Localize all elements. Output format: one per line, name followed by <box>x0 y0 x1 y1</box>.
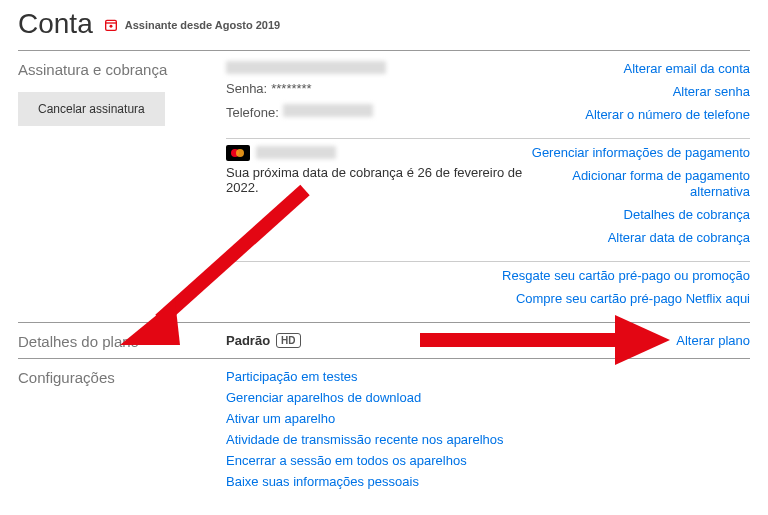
link-buy-prepaid[interactable]: Compre seu cartão pré-pago Netflix aqui <box>430 291 750 308</box>
card-row: redacted <box>226 145 530 161</box>
password-row: Senha: ******** <box>226 80 530 98</box>
link-manage-download-devices[interactable]: Gerenciar aparelhos de download <box>226 390 530 405</box>
link-add-alt-payment[interactable]: Adicionar forma de pagamento alternativa <box>530 168 750 202</box>
sub-divider <box>226 138 750 139</box>
link-test-participation[interactable]: Participação em testes <box>226 369 530 384</box>
email-row: redacted <box>226 61 530 74</box>
section-settings: Configurações Participação em testes Ger… <box>18 359 750 503</box>
page-title: Conta <box>18 8 93 40</box>
section-title-settings: Configurações <box>18 369 226 386</box>
section-title-plan: Detalhes do plano <box>18 333 226 350</box>
membership-links-mid: Gerenciar informações de pagamento Adici… <box>530 145 750 253</box>
link-manage-payment-info[interactable]: Gerenciar informações de pagamento <box>530 145 750 162</box>
section-payment: redacted Sua próxima data de cobrança é … <box>18 139 750 261</box>
svg-point-2 <box>109 25 112 28</box>
subscriber-since: Assinante desde Agosto 2019 <box>103 17 280 33</box>
link-download-personal-info[interactable]: Baixe suas informações pessoais <box>226 474 530 489</box>
section-membership: Assinatura e cobrança Cancelar assinatur… <box>18 51 750 138</box>
link-recent-streaming-activity[interactable]: Atividade de transmissão recente nos apa… <box>226 432 530 447</box>
phone-label: Telefone: <box>226 104 279 122</box>
subscriber-badge-icon <box>103 17 119 33</box>
link-billing-details[interactable]: Detalhes de cobrança <box>530 207 750 224</box>
link-activate-device[interactable]: Ativar um aparelho <box>226 411 530 426</box>
plan-name: Padrão HD <box>226 333 301 348</box>
password-label: Senha: <box>226 80 267 98</box>
page-header: Conta Assinante desde Agosto 2019 <box>18 8 750 40</box>
card-number-redacted: redacted <box>256 146 336 159</box>
mastercard-icon <box>226 145 250 161</box>
link-change-password[interactable]: Alterar senha <box>530 84 750 101</box>
settings-links: Participação em testes Gerenciar aparelh… <box>226 369 530 495</box>
email-value-redacted: redacted <box>226 61 386 74</box>
link-signout-all-devices[interactable]: Encerrar a sessão em todos os aparelhos <box>226 453 530 468</box>
phone-row: Telefone: redacted <box>226 104 530 122</box>
sub-divider <box>226 261 750 262</box>
cancel-subscription-button[interactable]: Cancelar assinatura <box>18 92 165 126</box>
membership-links-top: Alterar email da conta Alterar senha Alt… <box>530 61 750 130</box>
link-change-email[interactable]: Alterar email da conta <box>530 61 750 78</box>
plan-name-text: Padrão <box>226 333 270 348</box>
password-value: ******** <box>271 80 311 98</box>
hd-badge-icon: HD <box>276 333 300 348</box>
phone-value-redacted: redacted <box>283 104 373 117</box>
link-change-plan[interactable]: Alterar plano <box>676 333 750 348</box>
subscriber-since-text: Assinante desde Agosto 2019 <box>125 19 280 31</box>
section-title-membership: Assinatura e cobrança <box>18 61 226 78</box>
link-redeem-prepaid[interactable]: Resgate seu cartão pré-pago ou promoção <box>430 268 750 285</box>
link-change-phone[interactable]: Alterar o número de telefone <box>530 107 750 124</box>
next-billing-text: Sua próxima data de cobrança é 26 de fev… <box>226 165 530 195</box>
membership-links-bottom: Resgate seu cartão pré-pago ou promoção … <box>430 268 750 314</box>
section-plan: Detalhes do plano Padrão HD Alterar plan… <box>18 323 750 358</box>
section-giftcards: Resgate seu cartão pré-pago ou promoção … <box>18 262 750 322</box>
link-change-billing-date[interactable]: Alterar data de cobrança <box>530 230 750 247</box>
